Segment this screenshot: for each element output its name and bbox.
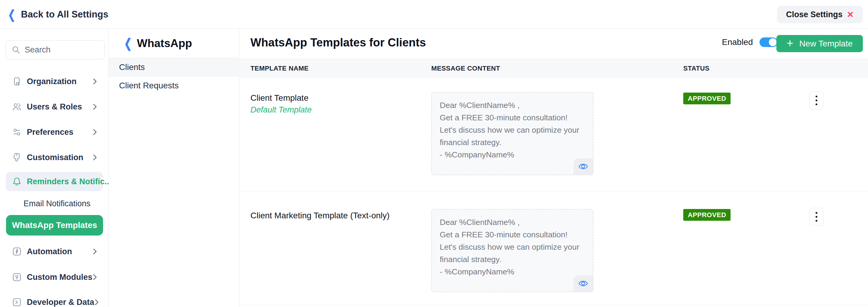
sidebar-item-label: Custom Modules [27,273,93,282]
status-badge-label: APPROVED [688,211,726,219]
chevron-right-icon [93,273,97,281]
close-settings-button[interactable]: Close Settings ✕ [777,6,863,23]
kebab-dot [815,99,817,101]
chevron-right-icon [94,298,99,306]
kebab-dot [815,220,817,222]
sidebar-item-developer-data[interactable]: Developer & Data [6,294,103,307]
back-to-all-settings-link[interactable]: ❮ Back to All Settings [7,0,108,29]
template-name: Client Template [250,93,308,103]
code-icon [12,297,22,307]
bell-icon [12,177,22,186]
main-header: WhatsApp Templates for Clients Enabled +… [240,29,868,59]
sidebar-item-label: Email Notifications [24,199,90,208]
sidebar-item-customisation[interactable]: Customisation [6,149,103,166]
sidebar-item-automation[interactable]: Automation [6,243,103,260]
paint-icon [12,153,22,162]
whatsapp-subnav-header[interactable]: ❮ WhatsApp [108,29,239,58]
subnav-item-clients[interactable]: Clients [108,58,239,76]
message-text: Dear %ClientName% , Get a FREE 30-minute… [440,99,585,161]
status-badge-label: APPROVED [688,95,726,102]
sidebar-item-custom-modules[interactable]: Custom Modules [6,268,103,286]
plus-icon: + [786,37,793,49]
kebab-dot [815,216,817,218]
new-template-label: New Template [799,39,852,49]
template-subtitle: Default Template [250,105,312,115]
chevron-right-icon [93,128,97,136]
zap-icon [12,247,22,256]
status-badge: APPROVED [683,209,731,221]
sidebar-item-preferences[interactable]: Preferences [6,123,103,141]
sidebar-item-label: Customisation [27,153,93,162]
sidebar-item-label: Automation [27,247,93,256]
enabled-label: Enabled [722,37,753,47]
sliders-icon [12,127,22,137]
status-badge: APPROVED [683,93,731,104]
row-actions-menu-button[interactable] [809,208,824,226]
eye-icon [578,278,588,288]
page-title: WhatsApp Templates for Clients [250,36,426,49]
table-header: TEMPLATE NAME MESSAGE CONTENT STATUS [240,59,868,78]
enabled-toggle[interactable] [760,37,778,47]
preview-button[interactable] [574,275,593,291]
main-content: WhatsApp Templates for Clients Enabled +… [240,29,868,307]
toggle-knob [769,38,777,46]
close-settings-label: Close Settings [786,10,843,19]
search-input[interactable] [25,45,94,55]
chevron-right-icon [93,248,97,255]
sidebar-item-label: Developer & Data [27,298,94,307]
kebab-dot [815,212,817,214]
preview-button[interactable] [574,158,593,175]
sidebar-item-label: Reminders & Notific... [27,177,112,186]
sidebar-item-users-roles[interactable]: Users & Roles [6,98,103,116]
wrench-icon [12,272,22,282]
subnav-title: WhatsApp [137,37,192,50]
message-content-box: Dear %ClientName% , Get a FREE 30-minute… [431,92,593,175]
sidebar-item-organization[interactable]: Organization [6,73,103,90]
search-icon [11,45,21,54]
whatsapp-subnav-panel: ❮ WhatsApp Clients Client Requests [108,29,239,307]
kebab-dot [815,103,817,105]
eye-icon [578,161,588,172]
table-row: Client Template Default Template Dear %C… [240,78,868,191]
chevron-right-icon [93,154,97,161]
chevron-right-icon [93,103,97,111]
table-row: Client Marketing Template (Text-only) De… [240,191,868,305]
sidebar-item-label: Organization [27,77,93,86]
column-header-template-name: TEMPLATE NAME [250,59,309,78]
sidebar-item-email-notifications[interactable]: Email Notifications [6,195,103,212]
back-link-label: Back to All Settings [21,9,108,20]
column-header-message-content: MESSAGE CONTENT [431,59,500,78]
message-text: Dear %ClientName% , Get a FREE 30-minute… [440,216,585,278]
sidebar-item-label: WhatsApp Templates [12,220,97,230]
settings-sidebar: Organization Users & Roles Preferences C… [0,29,108,307]
subnav-item-client-requests[interactable]: Client Requests [108,76,239,95]
sidebar-item-whatsapp-templates[interactable]: WhatsApp Templates [6,215,103,236]
building-icon [12,76,22,86]
template-name: Client Marketing Template (Text-only) [250,211,390,220]
row-actions-menu-button[interactable] [809,91,824,110]
subnav-item-label: Clients [119,62,145,72]
new-template-button[interactable]: + New Template [776,35,863,52]
sidebar-item-reminders-notifications[interactable]: Reminders & Notific... [6,172,103,191]
close-icon: ✕ [847,10,854,20]
kebab-dot [815,96,817,97]
chevron-right-icon [93,78,97,85]
message-content-box: Dear %ClientName% , Get a FREE 30-minute… [431,209,593,292]
column-header-status: STATUS [683,59,710,78]
top-bar: ❮ Back to All Settings Close Settings ✕ [0,0,868,29]
sidebar-item-label: Users & Roles [27,102,93,112]
subnav-item-label: Client Requests [119,81,179,90]
users-icon [12,102,22,112]
chevron-left-icon: ❮ [8,8,16,21]
sidebar-item-label: Preferences [27,128,93,137]
chevron-left-icon: ❮ [124,37,132,50]
sidebar-search[interactable] [6,40,104,59]
